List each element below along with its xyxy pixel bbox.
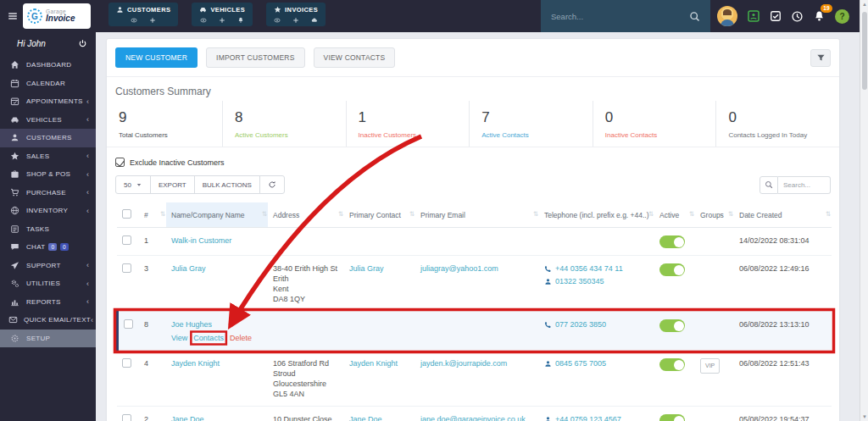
primary-email-link[interactable]: jayden.k@jourrapide.com <box>420 359 507 368</box>
sidebar-item-reports[interactable]: REPORTS‹ <box>0 293 96 312</box>
row-checkbox[interactable] <box>122 358 131 368</box>
help-icon[interactable]: ? <box>835 9 849 24</box>
column-header-primary-contact[interactable]: Primary Contact⇅ <box>344 202 415 228</box>
active-toggle[interactable] <box>659 319 685 332</box>
customer-name-link[interactable]: Julia Gray <box>171 264 206 273</box>
bulk-actions-button[interactable]: BULK ACTIONS <box>194 175 260 194</box>
column-header-groups[interactable]: Groups⇅ <box>695 202 734 228</box>
sidebar-item-vehicles[interactable]: VEHICLES‹ <box>0 111 96 130</box>
sidebar-item-purchase[interactable]: PURCHASE‹ <box>0 184 96 202</box>
search-icon[interactable] <box>760 176 778 194</box>
sidebar-item-customers[interactable]: CUSTOMERS <box>0 129 96 147</box>
active-toggle[interactable] <box>659 235 685 248</box>
sidebar-item-chat[interactable]: CHAT00 <box>0 238 96 257</box>
topnav-vehicles-button[interactable]: VEHICLES <box>192 3 253 26</box>
sidebar-item-appointments[interactable]: APPOINTMENTS‹ <box>0 92 96 111</box>
scroll-down-arrow[interactable]: ▼ <box>860 414 868 419</box>
active-toggle[interactable] <box>659 358 685 371</box>
primary-email-link[interactable]: jane.doe@garageinvoice.co.uk <box>420 415 526 421</box>
sidebar-item-calendar[interactable]: CALENDAR <box>0 75 96 93</box>
exclude-inactive-checkbox[interactable] <box>115 158 125 167</box>
page-size-select[interactable]: 50 <box>115 175 151 194</box>
refresh-button[interactable] <box>259 175 285 194</box>
phone-number-link[interactable]: +44 0759 123 4567 <box>555 414 621 421</box>
topnav-invoices-button[interactable]: INVOICES <box>266 3 326 26</box>
topnav-customers-button[interactable]: CUSTOMERS <box>108 3 178 26</box>
active-toggle[interactable] <box>659 414 685 421</box>
star-icon <box>8 152 20 161</box>
global-search[interactable] <box>541 0 710 32</box>
sidebar-item-utilities[interactable]: UTILITIES‹ <box>0 274 96 293</box>
sidebar-item-quick-email-text[interactable]: QUICK EMAIL/TEXT‹ <box>0 311 96 330</box>
scrollbar-thumb[interactable] <box>862 12 867 90</box>
sidebar-item-tasks[interactable]: TASKS <box>0 220 96 239</box>
import-customers-button[interactable]: IMPORT CUSTOMERS <box>206 47 304 68</box>
row-checkbox[interactable] <box>124 319 133 329</box>
plus-icon[interactable] <box>149 17 156 24</box>
eye-icon[interactable] <box>274 17 281 24</box>
hamburger-menu-icon[interactable] <box>7 10 19 22</box>
sidebar-item-setup[interactable]: SETUP <box>0 330 96 348</box>
user-avatar[interactable] <box>717 6 737 26</box>
sidebar-item-shop-pos[interactable]: SHOP & POS‹ <box>0 165 96 184</box>
sidebar-item-dashboard[interactable]: DASHBOARD <box>0 56 96 75</box>
phone-number-link[interactable]: +44 0356 434 74 11 <box>555 263 623 274</box>
sidebar-item-sales[interactable]: SALES‹ <box>0 147 96 166</box>
person-icon <box>544 416 552 421</box>
column-header-active[interactable]: Active⇅ <box>654 202 695 228</box>
logout-power-icon[interactable] <box>78 39 87 48</box>
row-checkbox[interactable] <box>122 414 131 421</box>
column-header-date-created[interactable]: Date Created⇅ <box>734 202 832 228</box>
cloud-icon[interactable] <box>311 17 318 24</box>
chevron-down-icon <box>136 181 142 188</box>
column-header-[interactable]: #⇅ <box>139 202 166 228</box>
phone-number-link[interactable]: 0845 675 7005 <box>555 358 606 368</box>
eye-icon[interactable] <box>200 17 207 24</box>
scroll-up-arrow[interactable]: ▲ <box>860 2 868 7</box>
global-search-input[interactable] <box>551 12 682 21</box>
column-header-telephone-incl-prefix-e-g-44[interactable]: Telephone (incl. prefix e.g. +44..)⇅ <box>539 202 654 228</box>
exclude-inactive-checkbox-row[interactable]: Exclude Inactive Customers <box>115 158 831 167</box>
sidebar-nav: DASHBOARDCALENDARAPPOINTMENTS‹VEHICLES‹C… <box>0 56 96 347</box>
select-all-header[interactable] <box>117 202 139 228</box>
view-contacts-button[interactable]: VIEW CONTACTS <box>314 47 396 68</box>
messages-icon[interactable] <box>747 9 760 23</box>
page-scrollbar[interactable]: ▲ ▼ <box>860 0 868 421</box>
eye-icon[interactable] <box>131 17 137 24</box>
phone-number-link[interactable]: 077 2026 3850 <box>555 319 606 330</box>
plus-icon[interactable] <box>292 17 299 24</box>
notifications-bell-icon[interactable]: 19 <box>813 10 826 23</box>
primary-contact-link[interactable]: Jayden Knight <box>349 359 398 368</box>
select-all-checkbox[interactable] <box>122 209 131 219</box>
row-action-delete[interactable]: Delete <box>230 334 252 342</box>
bell-icon[interactable] <box>237 17 244 24</box>
customer-name-link[interactable]: Jane Doe <box>171 415 204 421</box>
customer-name-link[interactable]: Walk-in Customer <box>171 236 231 245</box>
primary-contact-link[interactable]: Julia Gray <box>349 264 384 273</box>
sidebar-item-support[interactable]: SUPPORT‹ <box>0 257 96 275</box>
new-customer-button[interactable]: NEW CUSTOMER <box>115 47 198 68</box>
plus-icon[interactable] <box>219 17 225 24</box>
column-header-address[interactable]: Address⇅ <box>268 202 344 228</box>
table-search-input[interactable] <box>778 176 831 194</box>
clock-icon[interactable] <box>791 10 804 23</box>
column-header-name-company-name[interactable]: Name/Company Name⇅ <box>166 202 268 228</box>
search-icon[interactable] <box>689 11 700 22</box>
sidebar-item-inventory[interactable]: INVENTORY‹ <box>0 202 96 220</box>
customer-name-link[interactable]: Jayden Knight <box>171 359 220 368</box>
phone-number-link[interactable]: 01322 350345 <box>555 276 604 286</box>
primary-email-link[interactable]: juliagray@yahoo1.com <box>420 264 498 273</box>
row-action-contacts[interactable]: Contacts <box>193 334 224 342</box>
active-toggle[interactable] <box>659 263 685 276</box>
column-header-primary-email[interactable]: Primary Email⇅ <box>415 202 539 228</box>
row-checkbox[interactable] <box>122 263 131 273</box>
primary-contact-link[interactable]: Jane Doe <box>349 415 382 421</box>
row-action-view[interactable]: View <box>171 334 187 342</box>
app-logo[interactable]: G Garage Invoice <box>23 3 91 29</box>
customer-name-link[interactable]: Joe Hughes <box>171 320 212 329</box>
sort-icon: ⇅ <box>533 210 538 218</box>
filter-button[interactable] <box>810 49 831 67</box>
export-button[interactable]: EXPORT <box>150 175 195 194</box>
row-checkbox[interactable] <box>122 235 131 245</box>
tasks-check-icon[interactable] <box>770 10 782 22</box>
